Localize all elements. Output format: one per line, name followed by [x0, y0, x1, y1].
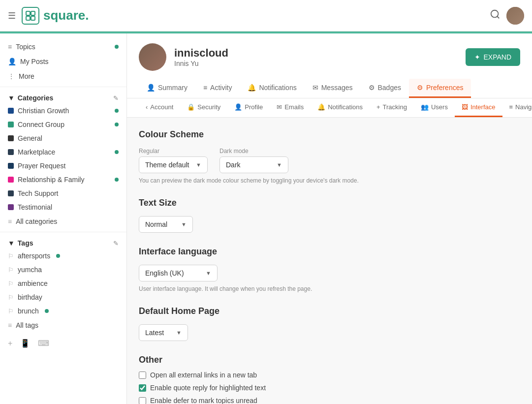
sidebar-item-myposts[interactable]: 👤 My Posts — [0, 54, 126, 69]
user-avatar[interactable] — [506, 7, 524, 25]
subtab-security[interactable]: 🔒 Security — [180, 98, 227, 117]
colour-scheme-section: Colour Scheme Regular Theme default ▼ Da… — [139, 129, 520, 184]
tags-label[interactable]: ▼ Tags — [8, 239, 33, 247]
defer-mark-label[interactable]: Enable defer to mark topics unread — [150, 397, 257, 404]
regular-label: Regular — [139, 148, 208, 155]
dark-mode-field: Dark mode Dark ▼ — [219, 148, 288, 173]
cat-activity-relationship-family — [115, 178, 119, 182]
subtab-users[interactable]: 👥 Users — [414, 98, 455, 117]
cat-color-connect-group — [8, 122, 14, 127]
tag-icon-brunch: ⚐ — [8, 308, 14, 315]
cat-color-tech-support — [8, 190, 14, 196]
cat-activity-christian-growth — [115, 109, 119, 113]
checkbox-quote-reply: Enable quote reply for highlighted text — [139, 384, 520, 392]
sidebar-tag-yumcha[interactable]: ⚐ yumcha — [0, 263, 126, 277]
subtab-interface[interactable]: 🖼 Interface — [455, 98, 502, 117]
cat-label-marketplace: Marketplace — [18, 148, 55, 156]
back-icon: ‹ — [146, 103, 148, 111]
interface-lang-hint: User interface language. It will change … — [139, 285, 520, 292]
tab-preferences[interactable]: ⚙ Preferences — [409, 79, 471, 98]
subtab-profile[interactable]: 👤 Profile — [227, 98, 270, 117]
svg-rect-0 — [26, 11, 30, 15]
quote-reply-checkbox[interactable] — [139, 384, 146, 392]
topbar-left: ☰ square. — [8, 7, 490, 25]
sidebar-tag-aftersports[interactable]: ⚐ aftersports — [0, 249, 126, 263]
sidebar-item-christian-growth[interactable]: Christian Growth — [0, 104, 126, 118]
subtab-tracking[interactable]: + Tracking — [370, 98, 414, 117]
interface-icon: 🖼 — [462, 103, 468, 111]
tab-badges[interactable]: ⚙ Badges — [361, 79, 409, 98]
sidebar-item-more[interactable]: ⋮ More — [0, 69, 126, 84]
profile-top: inniscloud Innis Yu ✦ EXPAND — [139, 43, 520, 71]
logo[interactable]: square. — [22, 7, 89, 25]
tab-badges-label: Badges — [378, 84, 401, 92]
sidebar-categories-section: ▼ Categories ✎ — [0, 90, 126, 104]
text-size-section: Text Size Normal ▼ — [139, 198, 520, 233]
mobile-icon[interactable]: 📱 — [20, 339, 30, 348]
tags-edit-icon[interactable]: ✎ — [113, 240, 119, 247]
default-home-section: Default Home Page Latest ▼ — [139, 306, 520, 341]
regular-dropdown[interactable]: Theme default ▼ — [139, 156, 208, 173]
quote-reply-label[interactable]: Enable quote reply for highlighted text — [150, 384, 266, 392]
cat-label-christian-growth: Christian Growth — [18, 107, 69, 115]
search-icon[interactable] — [490, 9, 501, 22]
sidebar-item-connect-group[interactable]: Connect Group — [0, 118, 126, 131]
keyboard-icon[interactable]: ⌨ — [38, 339, 49, 348]
sidebar-item-tech-support[interactable]: Tech Support — [0, 186, 126, 200]
sub-tabs: ‹ Account 🔒 Security 👤 Profile ✉ Emails … — [127, 98, 532, 118]
svg-line-5 — [497, 16, 499, 18]
sidebar-item-topics[interactable]: ≡ Topics — [0, 39, 126, 54]
interface-lang-caret-icon: ▼ — [206, 270, 211, 276]
categories-edit-icon[interactable]: ✎ — [113, 94, 119, 102]
preferences-content: Colour Scheme Regular Theme default ▼ Da… — [127, 118, 532, 404]
default-home-dropdown[interactable]: Latest ▼ — [139, 324, 188, 341]
ext-links-label[interactable]: Open all external links in a new tab — [150, 371, 257, 379]
checkbox-ext-links: Open all external links in a new tab — [139, 371, 520, 379]
new-post-icon[interactable]: + — [8, 339, 12, 348]
categories-label[interactable]: ▼ Categories — [8, 94, 53, 102]
tab-summary[interactable]: 👤 Summary — [139, 79, 195, 98]
cat-label-connect-group: Connect Group — [18, 121, 64, 128]
subtab-account[interactable]: ‹ Account — [139, 98, 180, 117]
cat-label-testimonial: Testimonial — [18, 203, 52, 211]
sidebar-item-all-categories[interactable]: ≡ All categories — [0, 214, 126, 229]
sidebar-item-relationship-family[interactable]: Relationship & Family — [0, 173, 126, 186]
sidebar-item-prayer-request[interactable]: Prayer Request — [0, 159, 126, 173]
cat-activity-marketplace — [115, 150, 119, 154]
sidebar-tag-birthday[interactable]: ⚐ birthday — [0, 290, 126, 304]
layout: ≡ Topics 👤 My Posts ⋮ More ▼ Categories … — [0, 33, 532, 404]
topics-icon: ≡ — [8, 43, 12, 51]
subtab-emails[interactable]: ✉ Emails — [270, 98, 311, 117]
tab-activity[interactable]: ≡ Activity — [195, 79, 240, 98]
tab-messages-label: Messages — [321, 84, 353, 92]
subtab-profile-label: Profile — [245, 103, 263, 111]
hamburger-icon[interactable]: ☰ — [8, 10, 16, 21]
subtab-notifications[interactable]: 🔔 Notifications — [311, 98, 370, 117]
text-size-dropdown[interactable]: Normal ▼ — [139, 216, 193, 233]
tab-activity-label: Activity — [210, 84, 232, 92]
notifications-icon: 🔔 — [248, 84, 256, 92]
default-home-caret-icon: ▼ — [176, 330, 182, 336]
tab-messages[interactable]: ✉ Messages — [305, 79, 361, 98]
defer-mark-checkbox[interactable] — [139, 397, 146, 404]
expand-button[interactable]: ✦ EXPAND — [466, 48, 520, 66]
interface-lang-dropdown[interactable]: English (UK) ▼ — [139, 265, 218, 281]
sidebar-tags-section: ▼ Tags ✎ — [0, 235, 126, 249]
sidebar-tag-brunch[interactable]: ⚐ brunch — [0, 304, 126, 318]
sidebar-item-all-tags[interactable]: ≡ All tags — [0, 318, 126, 333]
regular-caret-icon: ▼ — [196, 162, 201, 168]
sidebar-item-testimonial[interactable]: Testimonial — [0, 200, 126, 214]
all-tags-label: All tags — [16, 321, 38, 329]
colour-scheme-title: Colour Scheme — [139, 129, 520, 140]
ext-links-checkbox[interactable] — [139, 372, 146, 379]
logo-icon — [22, 7, 39, 25]
dark-mode-dropdown[interactable]: Dark ▼ — [219, 156, 288, 173]
subtab-navmenu[interactable]: ≡ Navigation Menu — [502, 98, 532, 117]
tab-notifications[interactable]: 🔔 Notifications — [240, 79, 304, 98]
svg-rect-1 — [31, 11, 35, 15]
sidebar-tag-ambience[interactable]: ⚐ ambience — [0, 277, 126, 290]
svg-rect-3 — [31, 16, 35, 20]
emails-icon: ✉ — [277, 103, 282, 111]
sidebar-item-general[interactable]: General — [0, 131, 126, 145]
sidebar-item-marketplace[interactable]: Marketplace — [0, 145, 126, 159]
